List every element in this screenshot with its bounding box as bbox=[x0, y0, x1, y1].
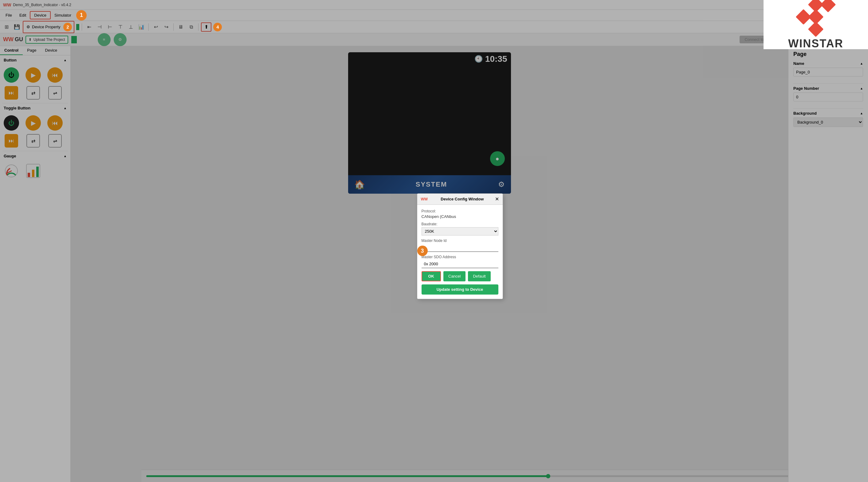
modal-title: Device Config Window bbox=[441, 197, 484, 201]
baudrate-label: Baudrate: bbox=[422, 222, 498, 226]
winstar-text: WINSTAR bbox=[788, 37, 843, 50]
modal-body: Protocol: CANopen (CANbus Baudrate: 250K… bbox=[417, 205, 503, 299]
winstar-diamonds bbox=[798, 0, 834, 35]
baudrate-select[interactable]: 250K 125K 500K 1M bbox=[422, 227, 498, 236]
master-sdo-label: Master SDO Address bbox=[422, 255, 498, 259]
diamond-9 bbox=[820, 22, 836, 37]
master-node-row bbox=[422, 244, 498, 252]
modal-close-button[interactable]: ✕ bbox=[495, 196, 499, 202]
device-config-modal: WW Device Config Window ✕ Protocol: CANo… bbox=[417, 193, 503, 299]
protocol-label: Protocol: bbox=[422, 209, 498, 213]
modal-buttons: OK Cancel Default bbox=[422, 271, 498, 281]
update-button[interactable]: Update setting to Device bbox=[422, 284, 498, 295]
winstar-logo-area: WINSTAR bbox=[764, 0, 868, 49]
modal-header: WW Device Config Window ✕ bbox=[417, 194, 503, 205]
baudrate-row: 250K 125K 500K 1M bbox=[422, 227, 498, 236]
cancel-button[interactable]: Cancel bbox=[443, 271, 465, 281]
master-node-label: Master Node Id bbox=[422, 239, 498, 243]
master-node-input[interactable] bbox=[422, 244, 498, 252]
modal-ww-icon: WW bbox=[421, 197, 428, 201]
default-button[interactable]: Default bbox=[468, 271, 490, 281]
protocol-value: CANopen (CANbus bbox=[422, 214, 498, 219]
ok-button[interactable]: OK bbox=[422, 271, 441, 281]
master-sdo-row bbox=[422, 260, 498, 268]
master-sdo-input[interactable] bbox=[422, 260, 498, 268]
